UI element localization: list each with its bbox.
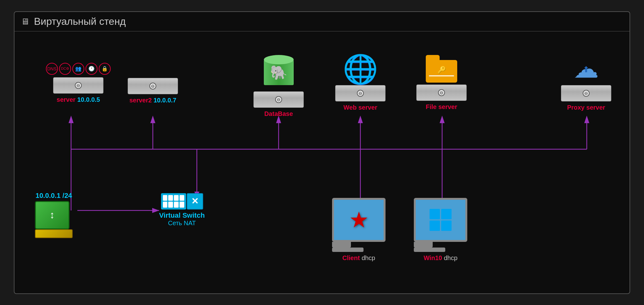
win10-stand: [414, 242, 433, 248]
vswitch-body: ✕: [161, 193, 203, 210]
vswitch-port-4: [180, 195, 184, 201]
vswitch-port-3: [174, 195, 179, 201]
server1-ip: 10.0.0.5: [77, 96, 100, 103]
server1-name: server: [57, 96, 75, 103]
svg-marker-14: [584, 116, 589, 123]
vswitch-label-line2: Сеть NAT: [159, 220, 205, 227]
vswitch-port-8: [180, 202, 184, 208]
webserver-button: [357, 90, 364, 97]
win-q4: [441, 221, 452, 231]
server1-unit: DNS DC⚙ 👥 🕐 🔒 server 10.0.0.5: [46, 63, 111, 104]
vswitch-grid: [161, 193, 186, 210]
webserver-name: Web server: [343, 104, 377, 111]
proxyserver-name: Proxy server: [567, 104, 605, 111]
win10-monitor-wrap: [414, 198, 467, 252]
server1-rack: [53, 77, 103, 94]
database-name: DataBase: [264, 110, 293, 117]
folder-icon-wrap: 🔑: [426, 55, 457, 83]
star-icon: ★: [349, 209, 369, 231]
win10-sub: dhcp: [444, 254, 457, 261]
diagram-area: DNS DC⚙ 👥 🕐 🔒 server 10.0.0.5 server2 10…: [14, 31, 630, 294]
client-sub: dhcp: [362, 254, 375, 261]
lock-icon: 🔑: [437, 66, 446, 74]
database-label: DataBase: [264, 110, 293, 118]
win10-base: [414, 248, 445, 252]
server1-label: server 10.0.0.5: [57, 95, 100, 104]
router-body: ↕: [35, 201, 69, 229]
fileserver-unit: 🔑 File server: [416, 55, 467, 111]
virtual-switch: ✕ Virtual Switch Сеть NAT: [159, 193, 205, 227]
server2-rack: [128, 78, 178, 94]
server2-label: server2 10.0.0.7: [129, 96, 176, 104]
client-monitor-wrap: ★: [332, 198, 386, 252]
folder-line: [429, 75, 454, 76]
users-icon: 👥: [72, 63, 84, 75]
svg-marker-2: [69, 116, 74, 123]
diagram-container: 🖥 Виртуальный стенд: [14, 11, 630, 294]
router-arrows-icon: ↕: [50, 209, 55, 221]
fileserver-label: File server: [426, 103, 457, 111]
dc-icon: DC⚙: [59, 63, 71, 75]
vswitch-port-2: [168, 195, 173, 201]
folder-tab: [426, 55, 440, 61]
globe-icon: 🌐: [343, 55, 378, 83]
webserver-rack: [335, 85, 386, 101]
client-label: Client dhcp: [342, 254, 375, 262]
database-button: [275, 96, 282, 103]
router-icon-wrap: ↕: [35, 201, 73, 238]
router-base: [35, 229, 73, 238]
header: 🖥 Виртуальный стенд: [14, 12, 630, 31]
client-base: [332, 248, 364, 252]
svg-marker-4: [150, 116, 155, 123]
fileserver-button: [438, 89, 445, 96]
cert-icon: 🔒: [99, 63, 111, 75]
server2-name: server2: [129, 97, 152, 104]
server2-unit: server2 10.0.0.7: [128, 78, 178, 104]
svg-marker-20: [152, 208, 159, 213]
win10-unit: Win10 dhcp: [414, 198, 467, 262]
cloud-icon-wrap: ☁ ⬆: [570, 55, 602, 83]
cloud-upload-icon: ⬆: [583, 65, 590, 74]
database-rack: [253, 91, 304, 108]
webserver-label: Web server: [343, 103, 377, 112]
win10-name: Win10: [424, 254, 442, 261]
server1-icons-row: DNS DC⚙ 👥 🕐 🔒: [46, 63, 111, 75]
client-stand: [332, 242, 351, 248]
client-name: Client: [342, 254, 360, 261]
svg-marker-12: [440, 116, 445, 123]
win10-label: Win10 dhcp: [424, 254, 458, 262]
header-icon: 🖥: [21, 16, 30, 27]
win-q1: [430, 209, 440, 219]
win-q3: [430, 221, 440, 231]
proxyserver-button: [583, 90, 590, 97]
vswitch-label: Virtual Switch Сеть NAT: [159, 211, 205, 227]
database-unit: 🐘 DataBase: [253, 55, 304, 118]
proxyserver-unit: ☁ ⬆ Proxy server: [561, 55, 611, 112]
win10-screen: [414, 198, 467, 242]
svg-marker-10: [358, 116, 363, 123]
server1-button: [75, 82, 82, 89]
clock-icon: 🕐: [86, 63, 97, 75]
vswitch-x: ✕: [187, 193, 203, 210]
db-icon-wrap: 🐘: [261, 55, 296, 90]
vswitch-port-1: [163, 195, 168, 201]
fileserver-name: File server: [426, 103, 457, 110]
windows-icon: [430, 209, 452, 231]
db-top: [264, 55, 294, 64]
webserver-unit: 🌐 Web server: [335, 55, 386, 112]
vswitch-port-5: [163, 202, 168, 208]
folder-body: 🔑: [426, 60, 457, 83]
fileserver-rack: [416, 84, 467, 101]
vswitch-port-7: [174, 202, 179, 208]
vswitch-port-6: [168, 202, 173, 208]
proxyserver-label: Proxy server: [567, 103, 605, 112]
win-q2: [441, 209, 452, 219]
proxyserver-rack: [561, 85, 611, 101]
gateway-ip-label: 10.0.0.1 /24: [36, 192, 72, 200]
client-unit: ★ Client dhcp: [332, 198, 386, 262]
client-screen: ★: [332, 198, 386, 242]
dns-icon: DNS: [46, 63, 58, 75]
page-title: Виртуальный стенд: [34, 16, 126, 27]
gateway-unit: 10.0.0.1 /24 ↕: [35, 192, 73, 238]
server2-button: [149, 83, 156, 90]
